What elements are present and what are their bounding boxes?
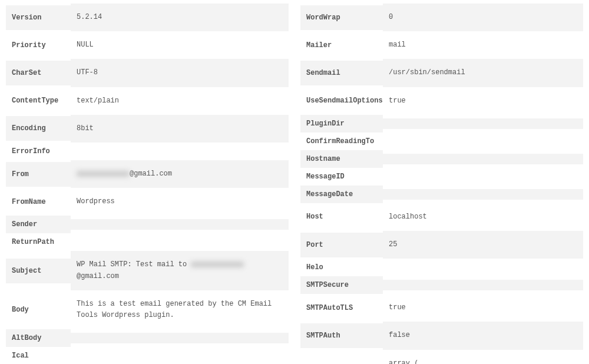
config-row: UseSendmailOptionstrue: [300, 87, 583, 115]
config-value: 8bit: [71, 115, 289, 143]
config-key: AltBody: [6, 329, 71, 347]
config-value: [383, 189, 583, 200]
config-key: WordWrap: [300, 5, 383, 30]
config-value: true: [383, 87, 583, 115]
config-key: Host: [300, 204, 383, 229]
config-value: WP Mail SMTP: Test mail to @gmail.com: [71, 251, 289, 290]
config-key: Sendmail: [300, 61, 383, 85]
config-row: SubjectWP Mail SMTP: Test mail to @gmail…: [6, 251, 289, 290]
config-key: MessageDate: [300, 186, 383, 203]
config-value: [71, 237, 289, 247]
config-value: UTF-8: [71, 59, 289, 87]
config-row: CharSetUTF-8: [6, 59, 289, 87]
config-key: Mailer: [300, 33, 383, 58]
redacted-text: [77, 171, 130, 177]
config-row: MessageID: [300, 168, 583, 186]
config-value: [383, 171, 583, 182]
config-value: false: [383, 322, 583, 349]
config-row: BodyThis is a test email generated by th…: [6, 290, 289, 329]
config-key: SMTPOptions: [300, 357, 383, 364]
config-key: FromName: [6, 190, 71, 214]
config-key: Port: [300, 233, 383, 257]
config-value: [383, 136, 583, 147]
config-row: WordWrap0: [300, 4, 583, 31]
config-row: SMTPSecure: [300, 276, 583, 294]
config-key: MessageID: [300, 168, 383, 186]
config-key: SMTPAuth: [300, 323, 383, 348]
config-row: Ical: [6, 347, 289, 364]
config-dump: Version5.2.14PriorityNULLCharSetUTF-8Con…: [0, 0, 589, 364]
config-value: [383, 118, 583, 129]
config-key: Ical: [6, 347, 71, 364]
config-value: localhost: [383, 203, 583, 231]
config-row: Sendmail/usr/sbin/sendmail: [300, 59, 583, 87]
config-row: SMTPOptionsarray ( ): [300, 350, 583, 365]
config-key: SMTPSecure: [300, 276, 383, 294]
config-row: Port25: [300, 231, 583, 259]
config-value: array ( ): [383, 350, 583, 365]
config-row: ContentTypetext/plain: [6, 87, 289, 115]
config-row: Helo: [300, 259, 583, 276]
config-key: Body: [6, 297, 71, 322]
config-value: NULL: [71, 31, 289, 59]
config-value: [71, 333, 289, 343]
config-value: 5.2.14: [71, 4, 289, 31]
config-value: [383, 262, 583, 273]
config-key: Version: [6, 5, 71, 30]
config-value: /usr/sbin/sendmail: [383, 59, 583, 87]
config-row: Hostlocalhost: [300, 203, 583, 231]
config-key: ContentType: [6, 88, 71, 113]
config-key: ReturnPath: [6, 233, 71, 251]
right-column: WordWrap0MailermailSendmail/usr/sbin/sen…: [300, 4, 583, 364]
config-key: Encoding: [6, 116, 71, 141]
config-row: Encoding8bit: [6, 115, 289, 143]
config-row: ConfirmReadingTo: [300, 133, 583, 150]
config-value: [71, 219, 289, 230]
config-row: ErrorInfo: [6, 143, 289, 160]
config-value: 25: [383, 231, 583, 259]
config-row: PriorityNULL: [6, 31, 289, 59]
config-key: From: [6, 162, 71, 187]
config-value: [71, 146, 289, 157]
config-value: [383, 154, 583, 164]
config-row: PluginDir: [300, 115, 583, 133]
config-row: FromNameWordpress: [6, 188, 289, 216]
config-value: @gmail.com: [71, 160, 289, 188]
config-row: AltBody: [6, 329, 289, 347]
config-key: ConfirmReadingTo: [300, 133, 383, 150]
config-value: mail: [383, 31, 583, 59]
config-key: Hostname: [300, 150, 383, 168]
config-value: true: [383, 294, 583, 322]
config-value: This is a test email generated by the CM…: [71, 290, 289, 329]
config-value: [383, 280, 583, 290]
config-key: ErrorInfo: [6, 143, 71, 160]
config-key: Sender: [6, 216, 71, 233]
config-key: CharSet: [6, 61, 71, 85]
config-value: [71, 350, 289, 361]
config-row: SMTPAutoTLStrue: [300, 294, 583, 322]
config-key: Priority: [6, 33, 71, 58]
config-value: text/plain: [71, 87, 289, 115]
config-row: Version5.2.14: [6, 4, 289, 31]
config-key: PluginDir: [300, 115, 383, 133]
config-row: MessageDate: [300, 186, 583, 203]
config-row: ReturnPath: [6, 233, 289, 251]
config-key: SMTPAutoTLS: [300, 296, 383, 320]
config-row: Hostname: [300, 150, 583, 168]
config-row: Sender: [6, 216, 289, 233]
config-row: SMTPAuthfalse: [300, 322, 583, 349]
config-key: Subject: [6, 259, 71, 283]
config-row: Mailermail: [300, 31, 583, 59]
left-column: Version5.2.14PriorityNULLCharSetUTF-8Con…: [6, 4, 289, 364]
redacted-text: [191, 262, 244, 267]
config-row: From@gmail.com: [6, 160, 289, 188]
config-value: 0: [383, 4, 583, 31]
config-key: Helo: [300, 259, 383, 276]
config-key: UseSendmailOptions: [300, 88, 383, 113]
config-value: Wordpress: [71, 188, 289, 216]
